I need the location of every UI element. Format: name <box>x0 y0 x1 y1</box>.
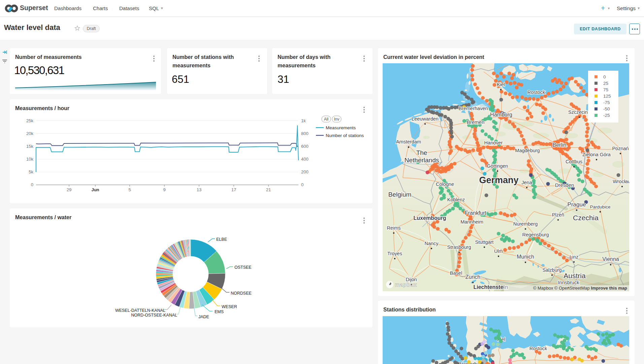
svg-text:0: 0 <box>603 74 606 79</box>
svg-text:21: 21 <box>266 187 271 192</box>
svg-text:Koblenz: Koblenz <box>447 197 465 202</box>
svg-text:NORD-OSTSEE-KANAL: NORD-OSTSEE-KANAL <box>131 313 177 318</box>
svg-text:WESER: WESER <box>222 304 237 309</box>
svg-text:ELBE: ELBE <box>216 237 227 242</box>
svg-text:The: The <box>416 149 427 156</box>
svg-text:Innsbruck: Innsbruck <box>558 280 580 285</box>
svg-text:Austria: Austria <box>564 272 586 279</box>
svg-text:EMS: EMS <box>215 309 224 314</box>
svg-text:Regensburg: Regensburg <box>522 232 549 237</box>
svg-text:Luxembourg: Luxembourg <box>414 215 446 221</box>
svg-text:Bremerhaven: Bremerhaven <box>458 106 488 111</box>
svg-text:Measurements: Measurements <box>326 125 356 130</box>
svg-text:Jun: Jun <box>91 187 99 192</box>
svg-text:Cottbus: Cottbus <box>566 159 582 164</box>
svg-text:29: 29 <box>67 187 71 192</box>
svg-text:0: 0 <box>301 182 303 187</box>
svg-text:Leeuwarden: Leeuwarden <box>412 116 439 122</box>
svg-text:400: 400 <box>301 157 309 162</box>
svg-text:Rostock: Rostock <box>529 346 547 351</box>
svg-text:NORDSEE: NORDSEE <box>231 291 252 296</box>
svg-text:Vienna: Vienna <box>602 256 619 262</box>
svg-text:15k: 15k <box>26 144 33 149</box>
svg-text:125: 125 <box>603 94 611 99</box>
svg-text:25: 25 <box>603 81 608 86</box>
svg-text:mapbox: mapbox <box>395 282 417 288</box>
svg-text:Pardubice: Pardubice <box>590 204 611 209</box>
svg-text:Szczecin: Szczecin <box>568 109 588 115</box>
svg-text:Zielona Góra: Zielona Góra <box>582 152 611 157</box>
svg-text:17: 17 <box>231 187 236 192</box>
svg-text:Rostock: Rostock <box>527 90 545 95</box>
svg-text:Nancy: Nancy <box>424 241 439 246</box>
svg-text:Prague: Prague <box>568 201 586 208</box>
svg-text:Ulm: Ulm <box>494 249 503 254</box>
svg-text:13: 13 <box>197 187 201 192</box>
svg-text:JADE: JADE <box>198 315 209 319</box>
svg-text:Zurich: Zurich <box>465 274 480 280</box>
svg-text:Mannheim: Mannheim <box>460 219 483 225</box>
svg-text:-50: -50 <box>603 106 610 111</box>
svg-text:200: 200 <box>301 169 309 174</box>
svg-text:Linz: Linz <box>570 254 579 260</box>
svg-text:Poznań: Poznań <box>612 146 629 151</box>
svg-text:25k: 25k <box>26 118 33 123</box>
svg-text:Berlin: Berlin <box>553 142 567 148</box>
svg-text:9: 9 <box>163 187 165 192</box>
svg-text:0: 0 <box>31 182 33 187</box>
svg-text:Frankfurt: Frankfurt <box>465 210 487 216</box>
svg-text:Belgium: Belgium <box>388 191 412 198</box>
svg-text:Jena: Jena <box>521 180 532 185</box>
svg-text:OSTSEE: OSTSEE <box>234 265 252 270</box>
svg-text:800: 800 <box>301 131 309 136</box>
svg-text:Liechtenstein: Liechtenstein <box>473 284 508 290</box>
svg-text:Basel: Basel <box>450 270 462 276</box>
svg-text:Stuttgart: Stuttgart <box>475 239 494 245</box>
svg-text:Plzeň: Plzeň <box>552 212 564 218</box>
svg-text:Göttingen: Göttingen <box>487 163 508 169</box>
svg-text:© Mapbox © OpenStreetMap Impro: © Mapbox © OpenStreetMap Improve this ma… <box>533 286 627 291</box>
svg-text:Hamburg: Hamburg <box>490 112 512 118</box>
svg-text:Cologne: Cologne <box>436 181 454 187</box>
svg-text:Salzburg: Salzburg <box>542 267 561 273</box>
svg-text:WESEL-DATTELN-KANAL: WESEL-DATTELN-KANAL <box>115 308 165 313</box>
svg-text:Czechia: Czechia <box>573 214 599 222</box>
svg-text:1k: 1k <box>301 118 306 123</box>
svg-text:Dresden: Dresden <box>555 182 574 188</box>
svg-text:Munich: Munich <box>517 254 534 260</box>
svg-text:20k: 20k <box>26 131 33 136</box>
svg-text:Troyes: Troyes <box>387 251 402 256</box>
svg-text:-25: -25 <box>603 113 610 118</box>
svg-text:5k: 5k <box>29 169 33 174</box>
svg-text:75: 75 <box>603 87 608 92</box>
svg-text:Hanover: Hanover <box>484 140 503 145</box>
svg-text:Netherlands: Netherlands <box>405 157 439 164</box>
svg-text:Reims: Reims <box>387 225 400 231</box>
svg-text:Bremen: Bremen <box>467 119 485 125</box>
svg-text:Germany: Germany <box>479 175 518 185</box>
svg-text:Inv: Inv <box>334 117 339 122</box>
svg-text:5: 5 <box>128 187 131 192</box>
svg-text:Number of stations: Number of stations <box>326 133 364 138</box>
svg-text:-75: -75 <box>603 100 610 105</box>
svg-text:10k: 10k <box>26 157 33 162</box>
svg-text:600: 600 <box>301 144 309 149</box>
svg-text:Strasbourg: Strasbourg <box>447 244 471 250</box>
svg-text:Amsterdam: Amsterdam <box>396 139 421 144</box>
svg-text:Nuremberg: Nuremberg <box>513 221 538 227</box>
svg-text:All: All <box>324 117 328 122</box>
svg-text:Kiel: Kiel <box>497 82 505 87</box>
svg-text:Magdeburg: Magdeburg <box>515 148 540 153</box>
svg-text:Wrocław: Wrocław <box>613 179 629 184</box>
